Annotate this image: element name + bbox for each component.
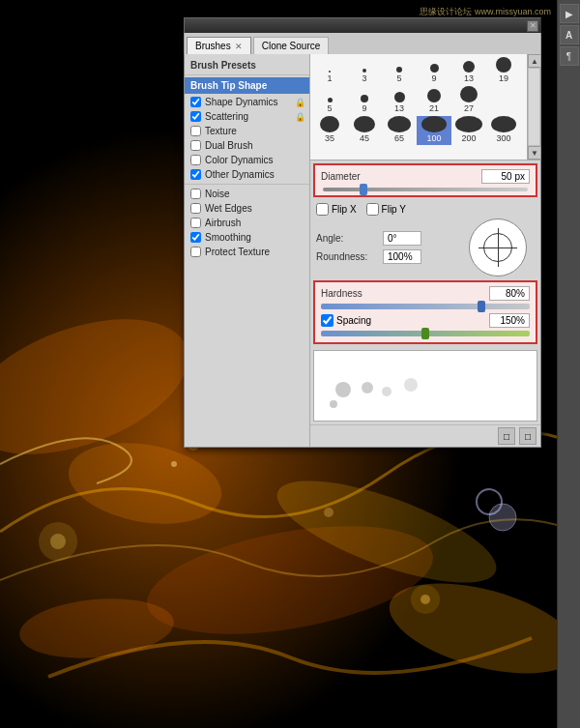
label-color-dynamics: Color Dynamics [205,155,274,165]
flip-y-label: Flip Y [382,204,406,215]
label-wet-edges: Wet Edges [205,203,252,214]
ps-tool-text[interactable]: A [560,25,579,44]
brush-dot [354,116,375,132]
lock-icon-shape: 🔒 [295,98,305,107]
scroll-track[interactable] [528,68,540,146]
diameter-slider-thumb[interactable] [360,184,367,195]
checkbox-spacing[interactable] [321,314,334,327]
brush-dot [362,69,366,73]
brush-cell-45[interactable]: 45 [347,116,382,145]
brush-list: Brush Presets Brush Tip Shape Shape Dyna… [185,54,310,447]
brush-cell-13b[interactable]: 13 [382,86,417,115]
brush-cell-19[interactable]: 19 [486,56,521,85]
diameter-slider[interactable] [323,188,528,191]
brush-item-airbrush[interactable]: Airbrush [185,216,309,230]
brush-dot [421,116,447,132]
checkbox-smoothing[interactable] [190,232,201,243]
angle-input[interactable] [383,231,421,246]
checkbox-flip-y[interactable] [366,203,379,216]
label-other-dynamics: Other Dynamics [205,169,275,180]
brush-cell-9b[interactable]: 9 [347,86,382,115]
brush-cell-200[interactable]: 200 [451,116,486,145]
brush-tip-shape-header[interactable]: Brush Tip Shape [185,77,309,94]
checkbox-color-dynamics[interactable] [190,155,201,165]
brush-item-texture[interactable]: Texture [185,124,309,138]
close-button[interactable]: ✕ [527,20,538,32]
ps-tool-arrow[interactable]: ▶ [560,4,579,23]
hardness-section: Hardness Spacing [313,280,537,344]
scroll-up-button[interactable]: ▲ [528,54,541,68]
crosshair [478,228,517,267]
brush-item-protect-texture[interactable]: Protect Texture [185,245,309,259]
tab-bar: Brushes ✕ Clone Source [184,33,541,54]
spacing-checkbox-label[interactable]: Spacing [321,314,485,327]
brush-dot [329,71,331,73]
spacing-row: Spacing [321,313,530,328]
brush-presets-header[interactable]: Brush Presets [185,58,309,75]
label-shape-dynamics: Shape Dynamics [205,97,278,107]
brush-cell-35[interactable]: 35 [312,116,347,145]
brush-cell-300[interactable]: 300 [486,116,521,145]
brush-item-shape-dynamics[interactable]: Shape Dynamics 🔒 [185,95,309,109]
hardness-label: Hardness [321,288,489,299]
brush-cell-9[interactable]: 9 [417,56,451,85]
brush-item-wet-edges[interactable]: Wet Edges [185,201,309,216]
footer-icon-1[interactable]: □ [498,427,515,445]
brush-cell-3[interactable]: 3 [347,56,382,85]
checkbox-wet-edges[interactable] [190,203,201,214]
brush-item-scattering[interactable]: Scattering 🔒 [185,109,309,124]
brush-item-smoothing[interactable]: Smoothing [185,230,309,245]
brush-dot [463,61,475,73]
diameter-input[interactable] [481,169,530,184]
flip-x-item[interactable]: Flip X [316,203,357,216]
checkbox-shape-dynamics[interactable] [190,97,201,107]
brush-cell-1[interactable]: 1 [312,56,347,85]
lock-icon-scattering: 🔒 [295,112,305,122]
roundness-input[interactable] [383,249,421,264]
checkbox-protect-texture[interactable] [190,247,201,257]
brush-cell-100[interactable]: 100 [417,116,451,145]
brush-cell-5b[interactable]: 5 [312,86,347,115]
crosshair-circle [483,233,512,262]
spacing-input[interactable] [489,313,530,328]
brush-cell-13[interactable]: 13 [451,56,486,85]
checkbox-scattering[interactable] [190,111,201,122]
brush-row-1: 1 3 5 9 [312,56,538,85]
brush-cell-27[interactable]: 27 [451,86,486,115]
brushes-panel: ✕ Brushes ✕ Clone Source Brush Presets B… [184,17,541,448]
diameter-label: Diameter [321,171,481,182]
brush-cell-21[interactable]: 21 [417,86,451,115]
checkbox-airbrush[interactable] [190,218,201,228]
flip-angle-section: Flip X Flip Y Angle: Roundness [310,200,540,277]
checkbox-texture[interactable] [190,126,201,136]
checkbox-dual-brush[interactable] [190,140,201,151]
preview-area [313,350,537,422]
hardness-slider-thumb[interactable] [478,301,485,312]
brush-grid-area: 1 3 5 9 [310,54,540,160]
tab-clone-source[interactable]: Clone Source [253,37,330,54]
footer-icon-2[interactable]: □ [519,427,536,445]
brush-cell-5[interactable]: 5 [382,56,417,85]
brush-item-other-dynamics[interactable]: Other Dynamics [185,167,309,182]
brush-item-dual-brush[interactable]: Dual Brush [185,138,309,153]
flip-y-item[interactable]: Flip Y [366,203,406,216]
hardness-input[interactable] [489,286,530,301]
scroll-down-button[interactable]: ▼ [528,146,541,160]
brush-preview-svg [314,351,536,419]
checkbox-noise[interactable] [190,189,201,199]
brush-cell-65[interactable]: 65 [382,116,417,145]
checkbox-other-dynamics[interactable] [190,169,201,180]
angle-row: Angle: [316,231,421,246]
label-noise: Noise [205,189,230,199]
ps-tool-para[interactable]: ¶ [560,46,579,66]
tab-brushes-close[interactable]: ✕ [235,42,243,51]
checkbox-flip-x[interactable] [316,203,329,216]
brush-grid-scrollbar[interactable]: ▲ ▼ [527,54,540,160]
spacing-slider[interactable] [321,331,530,336]
brush-item-noise[interactable]: Noise [185,187,309,201]
tab-brushes[interactable]: Brushes ✕ [187,37,251,54]
spacing-slider-thumb[interactable] [421,328,429,339]
brush-item-color-dynamics[interactable]: Color Dynamics [185,153,309,167]
svg-point-14 [420,595,430,604]
hardness-slider[interactable] [321,304,530,309]
